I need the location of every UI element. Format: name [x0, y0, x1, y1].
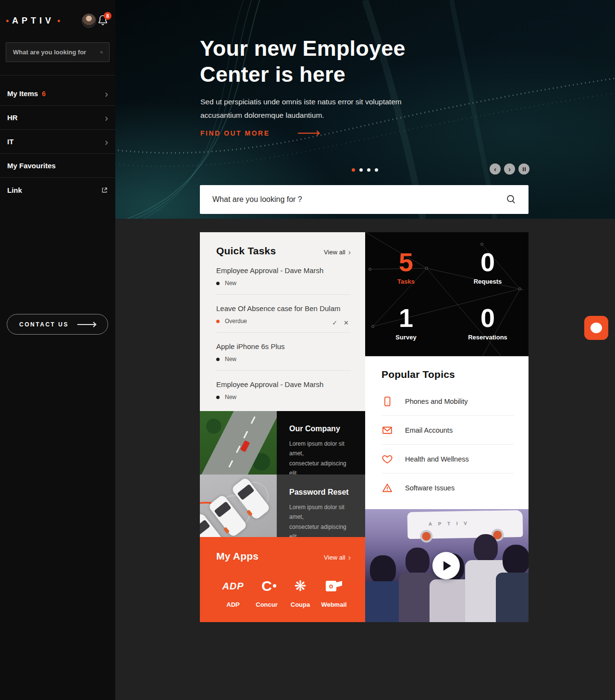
status-dot — [216, 396, 220, 399]
task-status: New — [216, 280, 351, 287]
chat-button[interactable] — [584, 316, 608, 340]
task-title: Employee Approval - Dave Marsh — [216, 380, 351, 388]
quick-task-row[interactable]: Apple iPhone 6s Plus New — [216, 333, 351, 371]
quick-tasks-view-all[interactable]: View all › — [324, 249, 351, 256]
apps-row: ADP ADP C Concur ❋ Coupa o Webmail — [216, 578, 351, 608]
topic-software-issues[interactable]: Software Issues — [381, 474, 514, 502]
sidebar-search — [6, 42, 110, 62]
chevron-right-icon: › — [348, 249, 351, 256]
chevron-right-icon: › — [348, 554, 351, 562]
concur-icon: C — [261, 578, 272, 594]
user-avatar[interactable] — [82, 13, 96, 28]
stat-requests[interactable]: 0 Requests — [447, 239, 529, 295]
reject-icon[interactable]: ✕ — [344, 319, 349, 326]
password-reset-card[interactable]: Password Reset Lorem ipsum dolor sit ame… — [277, 475, 365, 537]
topic-label: Health and Wellness — [405, 455, 469, 463]
play-button[interactable] — [432, 552, 460, 579]
quick-task-row[interactable]: Employee Approval - Dave Marsh New — [216, 257, 351, 295]
contact-us-button[interactable]: CONTACT US — [7, 314, 108, 335]
topics-list: Phones and Mobility Email Accounts Healt… — [381, 387, 514, 502]
hero-title: Your new Employee Center is here — [200, 36, 406, 88]
outlook-webmail-icon: o — [326, 578, 342, 594]
stat-reservations[interactable]: 0 Reservations — [447, 295, 529, 351]
app-label: Coupa — [291, 601, 310, 608]
person-silhouette — [474, 534, 498, 562]
hero-subtitle-line2: accusantium doloremque laudantium. — [200, 109, 402, 122]
app-coupa[interactable]: ❋ Coupa — [283, 578, 317, 608]
app-concur[interactable]: C Concur — [250, 578, 283, 608]
coupa-icon: ❋ — [294, 578, 306, 594]
stat-survey[interactable]: 1 Survey — [365, 295, 447, 351]
contact-us-label: CONTACT US — [19, 321, 69, 328]
status-label: New — [225, 356, 236, 362]
topic-label: Email Accounts — [405, 426, 453, 434]
chat-bubble-icon — [590, 323, 602, 333]
topic-phones-and-mobility[interactable]: Phones and Mobility — [381, 387, 514, 416]
topic-email-accounts[interactable]: Email Accounts — [381, 416, 514, 445]
stat-value: 5 — [399, 249, 413, 275]
approve-icon[interactable]: ✓ — [332, 319, 337, 326]
stat-label: Requests — [474, 278, 502, 285]
my-items-count: 6 — [42, 90, 46, 98]
main-search-bar — [200, 185, 529, 214]
arrow-right-icon — [298, 133, 319, 134]
sidebar-item-my-favourites[interactable]: My Favourites — [0, 154, 115, 178]
menu-label: Link — [7, 186, 22, 194]
topic-label: Software Issues — [405, 484, 455, 492]
pause-icon — [523, 167, 526, 171]
sidebar-item-hr[interactable]: HR › — [0, 106, 115, 130]
quick-task-row[interactable]: Employee Approval - Dave Marsh New — [216, 371, 351, 408]
stat-tasks[interactable]: 5 Tasks — [365, 239, 447, 295]
app-webmail[interactable]: o Webmail — [317, 578, 351, 608]
carousel-dot-2[interactable] — [359, 168, 363, 172]
notifications-button[interactable]: 8 — [97, 14, 110, 27]
video-tile[interactable]: A P T I V — [365, 509, 529, 622]
menu-label: HR — [7, 113, 18, 122]
our-company-card[interactable]: Our Company Lorem ipsum dolor sit amet, … — [277, 411, 365, 475]
find-out-more-label: FIND OUT MORE — [200, 129, 270, 137]
external-link-icon — [101, 187, 108, 194]
my-apps-view-all[interactable]: View all › — [324, 554, 351, 562]
sidebar: APTIV 8 My Items 6 › HR › — [0, 0, 115, 700]
search-icon[interactable] — [505, 194, 517, 205]
popular-topics-panel: Popular Topics Phones and Mobility Email… — [365, 356, 529, 509]
main-search-input[interactable] — [200, 195, 505, 204]
app-adp[interactable]: ADP ADP — [216, 578, 250, 608]
sidebar-item-my-items[interactable]: My Items 6 › — [0, 82, 115, 106]
task-title: Apple iPhone 6s Plus — [216, 342, 351, 350]
aptiv-logo[interactable]: APTIV — [6, 16, 60, 26]
carousel-dot-4[interactable] — [375, 168, 378, 172]
app-label: ADP — [226, 601, 239, 608]
card-title: Our Company — [289, 425, 356, 433]
cars-photo-tile[interactable] — [200, 475, 277, 537]
carousel-dot-1[interactable] — [352, 168, 355, 172]
car-wheel-art — [420, 530, 432, 542]
task-status: New — [216, 394, 351, 400]
sidebar-divider — [0, 75, 115, 75]
search-icon[interactable] — [100, 48, 103, 57]
find-out-more-link[interactable]: FIND OUT MORE — [200, 129, 319, 137]
stat-label: Survey — [395, 334, 416, 341]
quick-task-row[interactable]: Leave Of Absence case for Ben Dulam Over… — [216, 295, 351, 333]
road-photo-tile[interactable] — [200, 411, 277, 475]
sidebar-search-input[interactable] — [6, 49, 100, 56]
adp-icon: ADP — [222, 578, 244, 594]
stats-panel: 5 Tasks 0 Requests 1 Survey 0 Reservatio… — [365, 232, 529, 356]
carousel-dot-3[interactable] — [367, 168, 370, 172]
task-actions: ✓ ✕ — [332, 319, 349, 326]
carousel-pause-button[interactable] — [518, 163, 529, 175]
projected-car-art: A P T I V — [407, 510, 523, 539]
topic-health-and-wellness[interactable]: Health and Wellness — [381, 445, 514, 474]
sidebar-item-link[interactable]: Link — [0, 178, 115, 202]
carousel-prev-button[interactable]: ‹ — [490, 163, 501, 175]
person-silhouette — [503, 545, 529, 575]
card-body: Lorem ipsum dolor sit amet, consectetur … — [289, 439, 356, 478]
carousel-next-button[interactable]: › — [504, 163, 515, 175]
card-body-line1: Lorem ipsum dolor sit amet, — [289, 439, 356, 459]
status-dot — [216, 358, 220, 361]
card-body: Lorem ipsum dolor sit amet, consectetur … — [289, 502, 356, 542]
sidebar-item-it[interactable]: IT › — [0, 130, 115, 154]
stat-value: 0 — [480, 305, 495, 331]
status-dot-overdue — [216, 320, 220, 323]
card-body-line1: Lorem ipsum dolor sit amet, — [289, 502, 356, 522]
